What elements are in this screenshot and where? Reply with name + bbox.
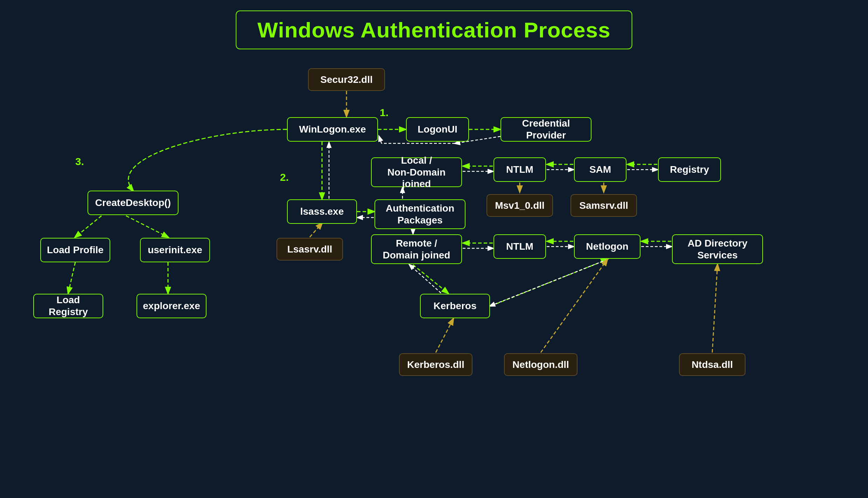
title-box: Windows Authentication Process — [236, 10, 632, 49]
node-registry: Registry — [658, 157, 721, 182]
label-3: 3. — [75, 156, 84, 168]
node-lsass: lsass.exe — [287, 199, 357, 224]
page-title: Windows Authentication Process — [258, 18, 611, 42]
node-ntdsa_dll: Ntdsa.dll — [679, 353, 746, 376]
node-kerberos: Kerberos — [420, 294, 490, 318]
svg-line-27 — [491, 259, 607, 306]
svg-line-34 — [126, 216, 168, 237]
node-cred_provider: Credential Provider — [500, 117, 592, 142]
node-secur32: Secur32.dll — [308, 68, 385, 91]
node-netlogon: Netlogon — [574, 234, 640, 259]
svg-line-30 — [436, 319, 453, 353]
svg-line-33 — [75, 216, 102, 237]
node-userinit: userinit.exe — [140, 238, 210, 262]
node-load_registry: Load Registry — [33, 294, 103, 318]
svg-line-5 — [379, 136, 382, 143]
node-create_desktop: CreateDesktop() — [88, 191, 178, 215]
diagram-container: Windows Authentication Process — [0, 0, 868, 498]
node-kerberos_dll: Kerberos.dll — [399, 353, 472, 376]
svg-line-31 — [541, 259, 607, 353]
svg-line-32 — [712, 265, 718, 353]
node-ad_directory: AD Directory Services — [672, 234, 763, 264]
node-logonui: LogonUI — [406, 117, 469, 142]
node-samsrv: Samsrv.dll — [570, 194, 637, 217]
label-2: 2. — [280, 171, 289, 183]
node-auth_packages: Authentication Packages — [374, 199, 465, 229]
svg-line-26 — [413, 265, 448, 293]
node-local_domain: Local / Non-Domain joined — [371, 157, 462, 187]
node-netlogon_dll: Netlogon.dll — [504, 353, 578, 376]
node-ntlm_bottom: NTLM — [493, 234, 546, 259]
node-remote_domain: Remote / Domain joined — [371, 234, 462, 264]
node-lsasrv: Lsasrv.dll — [276, 238, 343, 261]
svg-line-29 — [490, 259, 607, 306]
svg-line-37 — [310, 223, 322, 237]
svg-line-35 — [68, 262, 75, 293]
label-1: 1. — [380, 107, 388, 119]
node-sam: SAM — [574, 157, 626, 182]
node-ntlm_top: NTLM — [493, 157, 546, 182]
node-load_profile: Load Profile — [40, 238, 110, 262]
node-explorer: explorer.exe — [136, 294, 206, 318]
node-winlogon: WinLogon.exe — [287, 117, 378, 142]
svg-line-28 — [410, 265, 441, 293]
node-msv1: Msv1_0.dll — [486, 194, 553, 217]
